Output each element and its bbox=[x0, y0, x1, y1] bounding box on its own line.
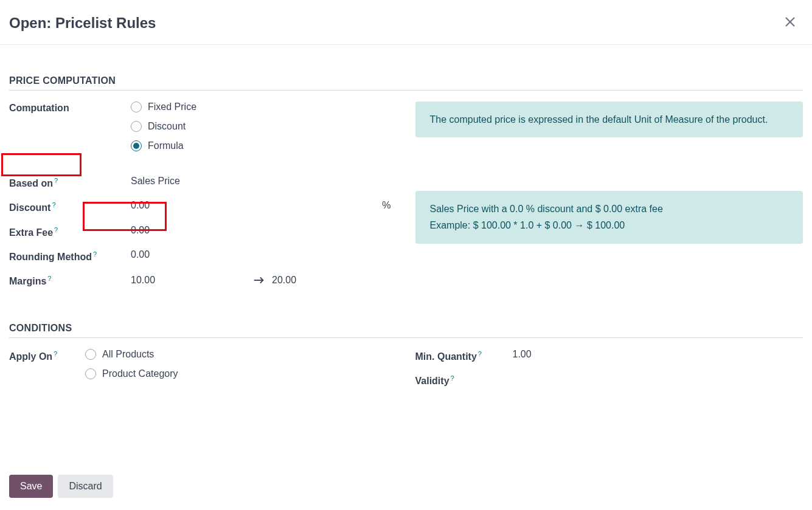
help-icon[interactable]: ? bbox=[54, 350, 57, 357]
discount-unit: % bbox=[382, 200, 397, 211]
field-computation: Computation Fixed Price Discount bbox=[9, 102, 397, 151]
label-min-quantity: Min. Quantity? bbox=[415, 349, 513, 362]
help-icon[interactable]: ? bbox=[54, 177, 58, 184]
modal-body: PRICE COMPUTATION Computation Fixed Pric… bbox=[0, 45, 812, 465]
label-margins: Margins? bbox=[9, 274, 131, 287]
modal-footer: Save Discard bbox=[0, 465, 812, 510]
label-extra-fee: Extra Fee? bbox=[9, 225, 131, 238]
radio-all-products[interactable]: All Products bbox=[85, 349, 178, 360]
radio-label-formula: Formula bbox=[148, 140, 184, 151]
value-margin-min[interactable]: 10.00 bbox=[131, 275, 252, 286]
price-computation-grid: Computation Fixed Price Discount bbox=[9, 102, 803, 298]
radio-icon bbox=[131, 121, 142, 132]
radio-icon bbox=[131, 140, 142, 151]
label-apply-on: Apply On? bbox=[9, 349, 85, 362]
conditions-grid: Apply On? All Products Product Category bbox=[9, 349, 803, 398]
field-margins: Margins? 10.00 20.00 bbox=[9, 274, 397, 287]
radio-label-discount: Discount bbox=[148, 121, 186, 132]
formula-info-box: Sales Price with a 0.0 % discount and $ … bbox=[415, 191, 803, 243]
modal-header: Open: Pricelist Rules bbox=[0, 0, 812, 45]
help-icon[interactable]: ? bbox=[93, 250, 97, 258]
radio-icon bbox=[85, 368, 96, 379]
uom-info-text: The computed price is expressed in the d… bbox=[430, 114, 768, 125]
conditions-right: Min. Quantity? 1.00 Validity? bbox=[415, 349, 803, 398]
field-min-quantity: Min. Quantity? 1.00 bbox=[415, 349, 803, 362]
value-discount[interactable]: 0.00 bbox=[131, 200, 150, 211]
radio-label-product-category: Product Category bbox=[102, 368, 178, 379]
radio-fixed-price[interactable]: Fixed Price bbox=[131, 102, 196, 112]
field-discount: Discount? 0.00 % bbox=[9, 200, 397, 213]
value-extra-fee[interactable]: 0.00 bbox=[131, 225, 150, 236]
field-rounding-method: Rounding Method? 0.00 bbox=[9, 249, 397, 263]
radio-discount[interactable]: Discount bbox=[131, 121, 196, 132]
apply-on-radio-group: All Products Product Category bbox=[85, 349, 178, 379]
value-margin-max[interactable]: 20.00 bbox=[272, 275, 296, 286]
pricelist-rules-modal: Open: Pricelist Rules PRICE COMPUTATION … bbox=[0, 0, 812, 510]
label-discount: Discount? bbox=[9, 200, 131, 213]
radio-label-all-products: All Products bbox=[102, 349, 154, 360]
close-icon bbox=[783, 15, 797, 29]
price-computation-right: The computed price is expressed in the d… bbox=[415, 102, 803, 298]
radio-icon bbox=[85, 349, 96, 360]
radio-product-category[interactable]: Product Category bbox=[85, 368, 178, 379]
section-price-computation: PRICE COMPUTATION bbox=[9, 75, 803, 91]
formula-info-line2: Example: $ 100.00 * 1.0 + $ 0.00 → $ 100… bbox=[430, 217, 789, 233]
radio-label-fixed-price: Fixed Price bbox=[148, 102, 196, 112]
label-computation: Computation bbox=[9, 102, 131, 114]
label-based-on: Based on? bbox=[9, 176, 131, 189]
help-icon[interactable]: ? bbox=[47, 275, 51, 282]
value-based-on[interactable]: Sales Price bbox=[131, 176, 180, 187]
modal-title: Open: Pricelist Rules bbox=[9, 15, 156, 32]
field-validity: Validity? bbox=[415, 373, 803, 387]
discard-button[interactable]: Discard bbox=[58, 475, 113, 498]
computation-radio-group: Fixed Price Discount Formula bbox=[131, 102, 196, 151]
help-icon[interactable]: ? bbox=[451, 374, 454, 382]
section-conditions: CONDITIONS bbox=[9, 323, 803, 338]
value-min-quantity[interactable]: 1.00 bbox=[513, 349, 532, 360]
value-rounding-method[interactable]: 0.00 bbox=[131, 249, 150, 260]
label-validity: Validity? bbox=[415, 373, 513, 387]
help-icon[interactable]: ? bbox=[478, 350, 482, 357]
close-button[interactable] bbox=[780, 12, 800, 33]
arrow-right-icon bbox=[252, 274, 266, 287]
conditions-left: Apply On? All Products Product Category bbox=[9, 349, 397, 398]
field-based-on: Based on? Sales Price bbox=[9, 176, 397, 189]
help-icon[interactable]: ? bbox=[52, 201, 55, 208]
save-button[interactable]: Save bbox=[9, 475, 53, 498]
label-rounding-method: Rounding Method? bbox=[9, 249, 131, 263]
uom-info-box: The computed price is expressed in the d… bbox=[415, 102, 803, 137]
help-icon[interactable]: ? bbox=[54, 226, 58, 233]
field-apply-on: Apply On? All Products Product Category bbox=[9, 349, 397, 379]
formula-info-line1: Sales Price with a 0.0 % discount and $ … bbox=[430, 201, 789, 217]
field-extra-fee: Extra Fee? 0.00 bbox=[9, 225, 397, 238]
radio-icon bbox=[131, 102, 142, 112]
radio-formula[interactable]: Formula bbox=[131, 140, 196, 151]
price-computation-left: Computation Fixed Price Discount bbox=[9, 102, 397, 298]
